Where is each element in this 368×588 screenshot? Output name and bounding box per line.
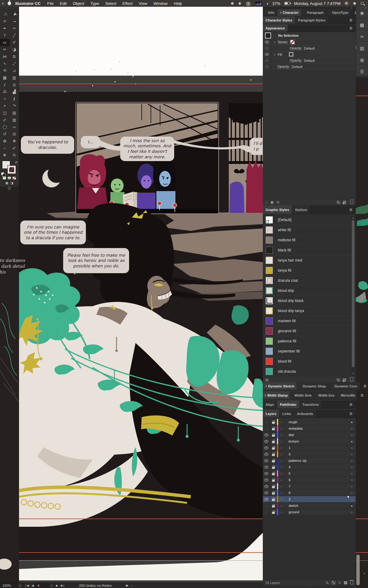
graphic-style-row[interactable]: midtone fill [263,235,356,245]
zoom-tool[interactable]: ⚲ [10,152,19,159]
layer-target-icon[interactable]: ○ [348,453,356,456]
make-clip-mask-icon[interactable] [332,581,335,584]
menu-item[interactable]: File [44,1,57,6]
panel-tab[interactable]: ◊OpenType [327,9,351,16]
swatches-icon[interactable]: '''''''' ▦ [356,18,368,30]
panel-tab[interactable]: ◊Character [278,9,302,16]
hand-tool[interactable]: ✥ [0,152,10,159]
layer-target-icon[interactable]: ○ [348,433,356,437]
panel-resize-handle[interactable]: '''''''''' [263,586,356,588]
layer-target-icon[interactable]: ○ [348,427,356,430]
panel-tab[interactable]: ◊Width Stamp [263,391,290,399]
layer-target-icon[interactable]: ○ [348,498,356,501]
layer-expand-icon[interactable]: › [278,472,284,475]
delete-item-icon[interactable] [350,201,353,204]
none-button[interactable] [12,176,16,180]
type-tool[interactable]: T [0,32,10,39]
graphic-style-row[interactable]: black fill [263,245,356,255]
symbol-sprayer-tool[interactable]: ⁂ [0,88,10,95]
appearance-stroke-row[interactable]: ∨ Stroke: [263,39,356,45]
hscroll-left-icon[interactable]: ‹ [130,583,134,588]
mirrorme-tool[interactable]: ❖ [10,138,19,145]
appearance-opacity-row[interactable]: Opacity: Default [263,64,356,70]
graphic-style-row[interactable]: blood drip tanya [263,306,356,316]
status-readout[interactable]: 200 Undos; no Redos [66,584,125,587]
layer-lock-icon[interactable] [272,454,275,456]
artboard-number-field[interactable]: 4 [35,583,49,588]
stroke-none-swatch[interactable] [290,40,295,44]
panel-menu-icon[interactable]: ≣ [358,391,367,399]
stroke-swatch[interactable] [8,166,16,174]
layer-target-icon[interactable]: ○ [348,459,356,462]
delete-graphic-style-icon[interactable] [350,378,353,382]
layer-visibility-icon[interactable] [264,440,268,443]
layer-row[interactable]: › 7 ○ [263,483,356,490]
swap-fill-stroke-icon[interactable]: ⇄ [15,160,17,164]
zoom-level-field[interactable]: 150% [0,583,18,588]
perspective-box-tool[interactable]: ◫ [0,109,10,116]
panel-menu-icon[interactable]: ≣ [346,24,356,32]
draw-behind-mode-icon[interactable]: ◨ [10,181,13,185]
panel-tab[interactable]: ◊Dynamic Sketch [263,382,297,390]
graphic-style-row[interactable]: blood drip black [263,296,356,306]
last-artboard-button[interactable]: ▶❘ [59,584,66,587]
scale-tool[interactable]: ⧉ [10,53,19,60]
appearance-opacity-row[interactable]: Opacity: Default [263,45,356,51]
perspective-grid-tool[interactable]: ⊿ [10,67,19,74]
layer-row[interactable]: › metadata ○ [263,425,356,432]
panel-tab[interactable]: ◊Width Gra [314,391,336,399]
pen-tool[interactable]: ✒ [0,25,10,32]
layer-row[interactable]: › 8 ○ [263,490,356,496]
selection-tool[interactable]: ◁ [0,11,10,18]
scrollbar-thumb[interactable] [352,220,355,367]
panel-tab[interactable]: Align [263,401,277,408]
panel-tab[interactable]: Appearance [263,24,288,32]
zoom-dropdown-icon[interactable]: ∨ [18,583,23,588]
new-fill-icon[interactable]: ▣ [270,200,274,204]
next-artboard-button[interactable]: ▶ [55,584,59,587]
layer-lock-icon[interactable] [272,505,275,507]
free-transform-tool[interactable]: ⤢ [10,60,19,67]
layer-row[interactable]: › 1 ○ [263,445,356,451]
graphic-style-row[interactable]: blood drip [263,286,356,296]
layer-target-icon[interactable]: ● [348,504,356,507]
draw-normal-mode-icon[interactable]: ▣ [5,181,8,185]
gradient-tool[interactable]: ▥ [10,74,19,81]
menu-lines-icon[interactable]: '''''''' ☰ [356,65,368,76]
layer-target-icon[interactable]: ● [348,420,356,424]
panel-menu-icon[interactable]: ≣ [346,205,356,214]
layer-lock-icon[interactable] [272,499,275,501]
layer-row[interactable]: › texture ● [263,438,356,445]
new-sublayer-icon[interactable]: ↳ [338,581,341,585]
wire-curve-tool[interactable]: ↺ [0,130,10,138]
gradient-icon[interactable]: '''''''' ▥ [356,42,368,53]
panel-tab[interactable]: Character Styles [263,17,295,24]
scroll-down-icon[interactable]: ∨ [352,372,355,375]
toolbar-drag-handle[interactable]: '''''''' [0,7,19,11]
menu-item[interactable]: Object [70,1,87,6]
layer-row[interactable]: › rough ● [263,419,356,425]
graphic-style-row[interactable]: giovanni fill [263,326,356,336]
layer-row[interactable]: › 2 ○ [263,496,356,503]
status-play-icon[interactable]: ▶ [125,584,130,587]
layer-lock-icon[interactable] [272,441,275,443]
panel-menu-icon[interactable]: ≣ [346,17,356,24]
layer-row[interactable]: › 3 ○ [263,451,356,458]
flame-status-icon[interactable]: ❦ [238,1,241,6]
layer-row[interactable]: › dial ○ [263,432,356,438]
appearance-fill-row[interactable]: ∨ Fill: [263,51,356,58]
panel-tab[interactable]: ◊Info [263,9,278,16]
panel-tab[interactable]: Artboards [294,410,316,417]
graphic-style-row[interactable]: september fill [263,346,356,356]
panel-tab[interactable]: ◊MirrorMe [336,391,358,399]
duplicate-item-icon[interactable] [343,201,346,204]
layer-target-icon[interactable]: ○ [348,511,356,514]
layer-target-icon[interactable]: ● [348,440,356,443]
layer-lock-icon[interactable] [272,480,275,482]
gradient-button[interactable] [7,176,11,180]
layer-expand-icon[interactable]: › [278,433,284,437]
delete-layer-icon[interactable] [350,581,353,584]
layer-expand-icon[interactable]: › [278,478,284,482]
artboard-dropdown-icon[interactable]: ∨ [49,583,55,588]
panel-tab[interactable]: Layers [263,410,279,417]
